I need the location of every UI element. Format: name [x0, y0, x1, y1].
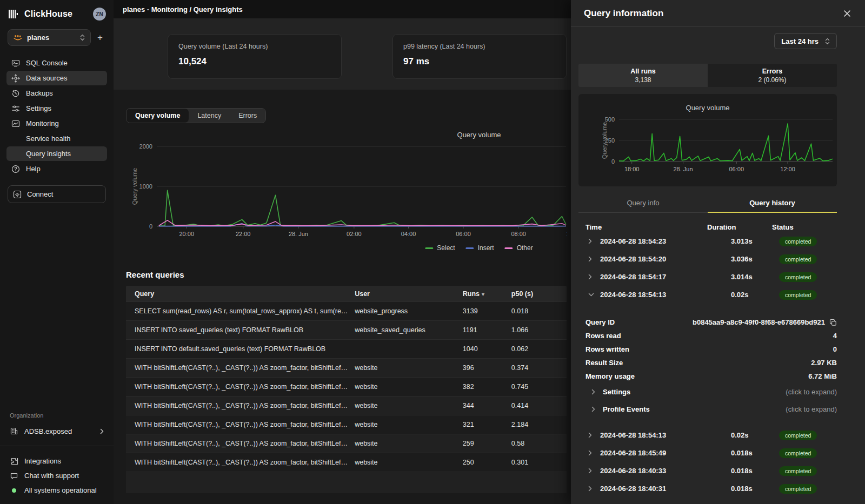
sidebar-item-label: Data sources — [26, 74, 68, 82]
time-range-row: Last 24 hrs — [578, 33, 837, 49]
close-icon[interactable] — [842, 9, 852, 18]
status-badge: completed — [779, 237, 817, 246]
column-header-label: Query — [135, 290, 154, 298]
svg-text:Query volume: Query volume — [131, 168, 138, 205]
tab-latency[interactable]: Latency — [189, 109, 230, 123]
sidebar-item-service-health[interactable]: Service health — [6, 131, 107, 146]
cell-p50: 0.745 — [511, 383, 558, 391]
add-service-button[interactable]: + — [94, 32, 106, 43]
tab-errors[interactable]: Errors — [230, 109, 265, 123]
runs-errors-toggle: All runs3,138Errors2 (0.06%) — [578, 64, 837, 87]
history-row[interactable]: 2024-06-28 18:40:310.018scompleted — [578, 480, 837, 498]
legend-item-insert[interactable]: Insert — [466, 244, 494, 252]
time-range-select[interactable]: Last 24 hrs — [774, 33, 837, 49]
cell-query: INSERT INTO saved_queries (text) FORMAT … — [135, 326, 355, 334]
sidebar-divider — [0, 446, 114, 446]
query-panel-title: Query information — [584, 8, 663, 19]
footer-item-all-systems-operational[interactable]: All systems operational — [6, 483, 107, 498]
expandable-profile-events[interactable]: Profile Events(click to expand) — [578, 400, 837, 418]
sidebar-item-backups[interactable]: Backups — [6, 86, 107, 100]
sidebar-item-monitoring[interactable]: Monitoring — [6, 116, 107, 131]
cell-query: WITH bitShiftLeft(CAST(?..), _CAST(?..))… — [135, 421, 355, 428]
history-row[interactable]: 2024-06-28 18:45:490.018scompleted — [578, 444, 837, 462]
sidebar-item-query-insights[interactable]: Query insights — [6, 146, 107, 161]
query-row[interactable]: INSERT INTO saved_queries (text) FORMAT … — [126, 320, 567, 339]
stat-card-value: 97 ms — [403, 56, 556, 67]
chevron-right-icon — [588, 450, 600, 456]
column-header-runs[interactable]: Runs▾ — [463, 290, 511, 298]
detail-value: 2.97 KB — [811, 359, 837, 367]
avatar[interactable]: ZN — [93, 8, 106, 21]
toggle-value: 2 (0.06%) — [758, 76, 786, 84]
chevron-right-icon — [588, 256, 600, 262]
sidebar-item-label: Backups — [26, 89, 53, 97]
history-row[interactable]: 2024-06-28 18:40:330.018scompleted — [578, 462, 837, 480]
query-row-partial[interactable] — [126, 472, 567, 493]
toggle-errors[interactable]: Errors2 (0.06%) — [708, 64, 837, 87]
detail-label: Rows written — [585, 345, 629, 353]
history-status: completed — [774, 254, 837, 264]
svg-text:Query volume: Query volume — [686, 104, 730, 112]
stat-card-p99-latency: p99 latency (Last 24 hours)97 ms — [392, 34, 567, 79]
column-header-label: Runs — [463, 290, 480, 298]
chevron-updown-icon — [80, 34, 85, 41]
toggle-all-runs[interactable]: All runs3,138 — [578, 64, 708, 87]
footer-item-integrations[interactable]: Integrations — [6, 454, 107, 468]
query-row[interactable]: WITH bitShiftLeft(CAST(?..), _CAST(?..))… — [126, 453, 567, 472]
cell-user: website_saved_queries — [355, 326, 463, 334]
sql-console-icon — [11, 59, 20, 68]
tab-query-volume[interactable]: Query volume — [127, 109, 189, 123]
svg-text:02:00: 02:00 — [347, 231, 362, 237]
service-selector[interactable]: planes — [8, 29, 91, 46]
query-row[interactable]: WITH bitShiftLeft(CAST(?..), _CAST(?..))… — [126, 396, 567, 415]
sidebar-item-settings[interactable]: Settings — [6, 101, 107, 116]
legend-item-select[interactable]: Select — [425, 244, 455, 252]
query-row[interactable]: WITH bitShiftLeft(CAST(?..), _CAST(?..))… — [126, 358, 567, 377]
cell-p50: 0.58 — [511, 440, 558, 447]
stats-band: Query volume (Last 24 hours)10,524p99 la… — [114, 18, 571, 90]
sidebar: ClickHouse ZN planes + SQL ConsoleData s… — [0, 0, 114, 504]
status-badge: completed — [779, 290, 817, 300]
organization-switcher[interactable]: ADSB.exposed — [6, 424, 107, 438]
query-row[interactable]: WITH bitShiftLeft(CAST(?..), _CAST(?..))… — [126, 434, 567, 453]
history-row[interactable]: 2024-06-28 18:54:203.036scompleted — [578, 250, 837, 268]
expandable-settings[interactable]: Settings(click to expand) — [578, 383, 837, 400]
history-time: 2024-06-28 18:54:20 — [600, 255, 709, 263]
connect-button[interactable]: Connect — [8, 185, 106, 203]
expandable-label: Profile Events — [603, 405, 650, 413]
copy-icon[interactable] — [829, 319, 837, 326]
query-row[interactable]: SELECT sum(read_rows) AS r, sum(total_ro… — [126, 301, 567, 320]
sidebar-item-help[interactable]: Help — [6, 162, 107, 176]
backups-icon — [11, 89, 20, 98]
history-row[interactable]: 2024-06-28 18:54:130.02scompleted — [578, 426, 837, 444]
sidebar-item-data-sources[interactable]: Data sources — [6, 71, 107, 85]
history-row[interactable]: 2024-06-28 18:54:173.014scompleted — [578, 268, 837, 286]
detail-label: Memory usage — [585, 372, 635, 380]
query-row[interactable]: WITH bitShiftLeft(CAST(?..), _CAST(?..))… — [126, 377, 567, 396]
query-row[interactable]: WITH bitShiftLeft(CAST(?..), _CAST(?..))… — [126, 415, 567, 434]
legend-item-other[interactable]: Other — [505, 244, 533, 252]
footer-item-chat-with-support[interactable]: Chat with support — [6, 468, 107, 483]
sidebar-item-label: Settings — [26, 104, 51, 112]
svg-text:22:00: 22:00 — [236, 231, 251, 237]
query-row[interactable]: INSERT INTO default.saved_queries (text)… — [126, 339, 567, 358]
aws-icon — [14, 33, 22, 42]
history-duration: 0.02s — [709, 291, 774, 299]
history-row[interactable]: 2024-06-28 18:54:233.013scompleted — [578, 232, 837, 250]
logo-row: ClickHouse ZN — [6, 6, 107, 29]
expandable-hint: (click to expand) — [786, 388, 837, 396]
svg-text:20:00: 20:00 — [179, 231, 194, 237]
history-status: completed — [774, 448, 837, 458]
history-row[interactable]: 2024-06-28 18:54:130.02scompleted — [578, 286, 837, 304]
detail-row-result-size: Result Size2.97 KB — [578, 356, 837, 369]
cell-p50: 0.062 — [511, 345, 558, 353]
cell-query: WITH bitShiftLeft(CAST(?..), _CAST(?..))… — [135, 364, 355, 372]
service-selector-row: planes + — [8, 29, 106, 46]
cell-runs: 382 — [463, 383, 511, 391]
history-status: completed — [774, 431, 837, 440]
tab-query-info[interactable]: Query info — [578, 196, 708, 212]
chart-tab-group: Query volumeLatencyErrors — [126, 108, 266, 123]
sidebar-item-sql-console[interactable]: SQL Console — [6, 56, 107, 70]
tab-query-history[interactable]: Query history — [708, 196, 837, 213]
chevron-right-icon — [588, 432, 600, 438]
